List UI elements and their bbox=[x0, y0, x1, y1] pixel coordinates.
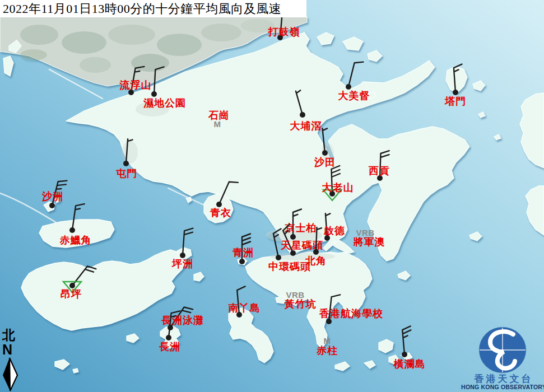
station-label: 青洲 bbox=[232, 247, 254, 258]
status-M: M bbox=[324, 336, 331, 346]
station-dot[interactable] bbox=[123, 161, 129, 166]
station-label: 坪洲 bbox=[171, 258, 193, 269]
station-dot[interactable] bbox=[69, 283, 75, 288]
station-label: 黃竹坑 bbox=[285, 298, 317, 310]
station-dot[interactable] bbox=[300, 112, 305, 118]
station-label: 北角 bbox=[305, 255, 327, 267]
station-dot[interactable] bbox=[290, 250, 296, 256]
station-label: 沙田 bbox=[314, 157, 336, 168]
hko-wind-map-window: 打鼓嶺流浮山濕地公園屯門M石崗大美督大埔滘塔門沙田西貢大老山沙洲青衣赤鱲角坪洲昂… bbox=[0, 0, 544, 392]
station-label: 塔門 bbox=[444, 96, 466, 107]
title-bar: 2022年11月01日13時00分的十分鐘平均風向及風速 bbox=[0, 0, 306, 17]
station-label: 屯門 bbox=[116, 168, 137, 179]
station-dot[interactable] bbox=[151, 91, 157, 97]
station-dot[interactable] bbox=[69, 227, 75, 233]
station-label: 橫瀾島 bbox=[393, 358, 426, 370]
station-dot[interactable] bbox=[326, 319, 332, 324]
hko-logo-name-zh: 香港天文台 bbox=[474, 374, 533, 384]
station-dot[interactable] bbox=[322, 150, 328, 156]
station-dot[interactable] bbox=[239, 259, 245, 264]
station-dot[interactable] bbox=[290, 234, 296, 240]
station-label: 青衣 bbox=[210, 207, 231, 218]
station-label: 西貢 bbox=[368, 165, 390, 176]
station-dot[interactable] bbox=[49, 203, 55, 208]
station-label: 大埔滘 bbox=[290, 120, 322, 132]
station-label: 長洲泳灘 bbox=[161, 315, 204, 326]
station-dot[interactable] bbox=[313, 249, 319, 255]
station-label: 啟德 bbox=[323, 225, 345, 236]
station-dot[interactable] bbox=[276, 255, 281, 260]
station-label: 石崗 bbox=[208, 110, 230, 121]
station-label: 沙洲 bbox=[41, 191, 63, 202]
station-label: 南丫島 bbox=[228, 302, 261, 314]
station-label: 濕地公園 bbox=[143, 97, 186, 109]
station-dot[interactable] bbox=[453, 90, 458, 95]
station-label: 大美督 bbox=[338, 90, 370, 101]
hong-kong-wind-map-canvas: 打鼓嶺流浮山濕地公園屯門M石崗大美督大埔滘塔門沙田西貢大老山沙洲青衣赤鱲角坪洲昂… bbox=[0, 0, 544, 392]
station-label: 中環碼頭 bbox=[268, 261, 311, 272]
station-dot[interactable] bbox=[180, 253, 185, 258]
station-label: 赤鱲角 bbox=[59, 235, 92, 246]
station-dot[interactable] bbox=[216, 202, 222, 207]
station-label: 打鼓嶺 bbox=[268, 26, 300, 38]
compass-north-zh-label: 北 bbox=[2, 328, 15, 342]
station-label: 大老山 bbox=[322, 182, 354, 193]
hko-logo-name-en: HONG KONG OBSERVATORY bbox=[461, 384, 544, 390]
station-dot[interactable] bbox=[346, 84, 351, 90]
map-title: 2022年11月01日13時00分的十分鐘平均風向及風速 bbox=[3, 1, 281, 17]
station-label: 香港航海學校 bbox=[319, 308, 383, 319]
station-label: 長洲 bbox=[159, 341, 180, 352]
station-label: 赤柱 bbox=[316, 345, 338, 356]
station-label: 流浮山 bbox=[119, 80, 152, 91]
station-dot[interactable] bbox=[166, 335, 171, 340]
station-label: 將軍澳 bbox=[353, 236, 385, 248]
station-label: 昂坪 bbox=[61, 288, 82, 300]
station-dot[interactable] bbox=[402, 352, 407, 357]
compass-north-letter: N bbox=[2, 342, 12, 357]
